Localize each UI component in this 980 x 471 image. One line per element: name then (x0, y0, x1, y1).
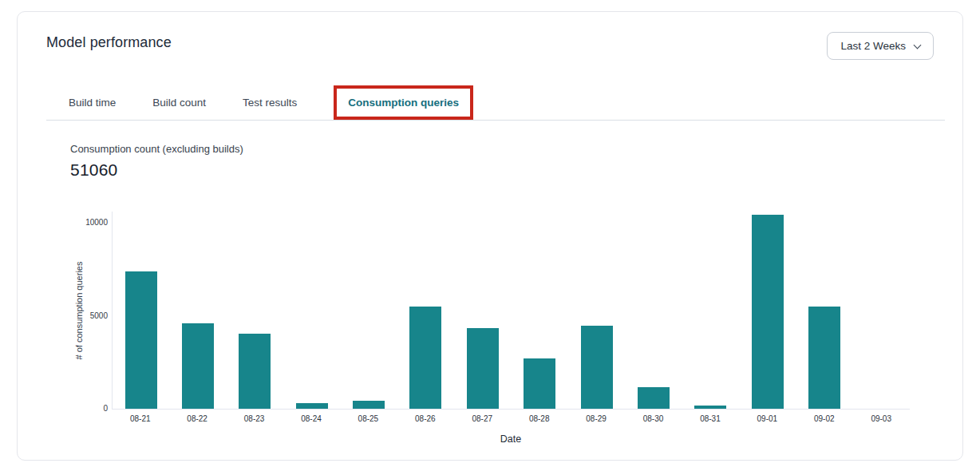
x-tick-label: 08-21 (112, 414, 168, 423)
bar-slot (340, 212, 397, 409)
y-tick-label: 5000 (74, 311, 108, 320)
time-range-label: Last 2 Weeks (840, 40, 906, 52)
x-tick-label: 08-22 (168, 414, 225, 423)
red-annotation-box: Consumption queries (334, 85, 473, 120)
bar-slot (397, 212, 454, 409)
bar-08-29[interactable] (581, 326, 613, 409)
bar-slot (682, 212, 739, 409)
consumption-bar-chart: # of consumption queries 0500010000 08-2… (46, 212, 934, 459)
time-range-dropdown[interactable]: Last 2 Weeks (827, 32, 934, 60)
bar-slot (227, 212, 283, 409)
bar-08-25[interactable] (353, 401, 385, 409)
tab-test-results[interactable]: Test results (243, 97, 297, 109)
chevron-down-icon (914, 41, 922, 49)
x-tick-label: 08-24 (283, 414, 339, 423)
card-header: Model performance Last 2 Weeks (46, 34, 934, 60)
bar-slot (853, 212, 910, 409)
bar-08-21[interactable] (125, 271, 157, 409)
x-tick-label: 08-30 (625, 414, 682, 423)
page-title: Model performance (46, 34, 172, 51)
bar-08-31[interactable] (694, 406, 726, 409)
x-axis-labels: 08-2108-2208-2308-2408-2508-2608-2708-28… (112, 414, 910, 423)
metric-block: Consumption count (excluding builds) 510… (70, 143, 934, 180)
tab-build-time[interactable]: Build time (69, 97, 116, 109)
bar-slot (113, 212, 169, 409)
bar-slot (169, 212, 226, 409)
x-axis-title: Date (112, 433, 910, 445)
bar-slot (739, 212, 796, 409)
bar-slot (283, 212, 340, 409)
y-tick-label: 10000 (74, 218, 108, 227)
x-tick-label: 09-02 (796, 414, 852, 423)
bar-08-30[interactable] (638, 387, 670, 409)
bar-09-01[interactable] (752, 215, 784, 410)
bar-08-27[interactable] (467, 328, 499, 409)
metric-value: 51060 (70, 160, 934, 180)
bar-08-24[interactable] (296, 403, 328, 409)
x-tick-label: 08-27 (454, 414, 511, 423)
tab-divider (46, 120, 945, 121)
bar-slot (454, 212, 511, 409)
bar-slot (625, 212, 682, 409)
x-tick-label: 08-28 (511, 414, 567, 423)
metric-label: Consumption count (excluding builds) (70, 143, 934, 155)
x-tick-label: 08-31 (682, 414, 738, 423)
bar-08-28[interactable] (524, 358, 555, 409)
x-tick-label: 09-03 (852, 414, 909, 423)
tab-consumption-queries[interactable]: Consumption queries (348, 97, 459, 109)
bar-slot (512, 212, 568, 409)
x-tick-label: 08-25 (340, 414, 397, 423)
tab-bar: Build time Build count Test results Cons… (69, 85, 934, 120)
x-tick-label: 09-01 (739, 414, 796, 423)
x-tick-label: 08-29 (567, 414, 624, 423)
bar-slot (796, 212, 852, 409)
bar-slot (568, 212, 625, 409)
model-performance-card: Model performance Last 2 Weeks Build tim… (17, 11, 963, 461)
plot-area: 0500010000 (112, 212, 910, 410)
x-tick-label: 08-26 (397, 414, 453, 423)
x-tick-label: 08-23 (226, 414, 283, 423)
tab-build-count[interactable]: Build count (152, 97, 206, 109)
bar-09-02[interactable] (808, 307, 840, 409)
y-tick-label: 0 (74, 404, 108, 413)
bar-08-23[interactable] (239, 334, 271, 409)
bar-08-22[interactable] (182, 323, 214, 409)
bar-08-26[interactable] (409, 307, 441, 409)
